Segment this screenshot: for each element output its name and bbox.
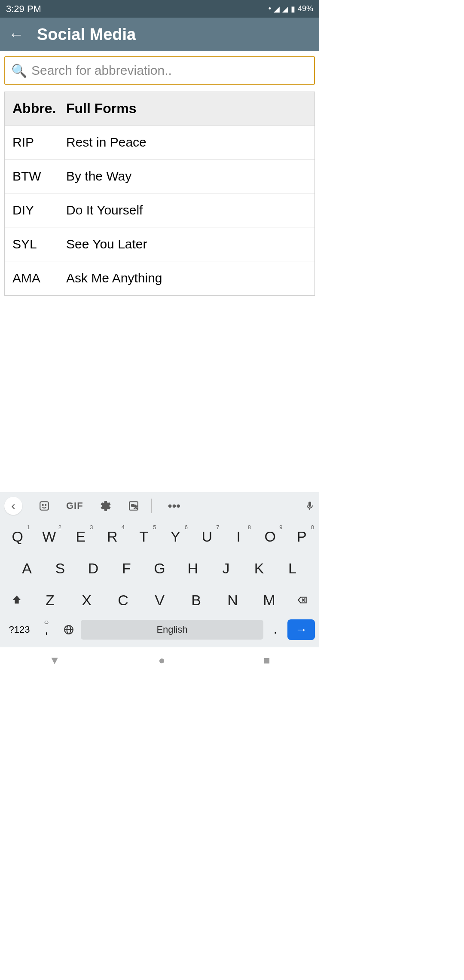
translate-icon[interactable]: G文 — [128, 500, 139, 511]
key-b[interactable]: B — [178, 586, 214, 614]
gear-icon[interactable] — [100, 500, 112, 512]
cell-abbre: SYL — [12, 237, 66, 251]
nav-home-icon[interactable]: ● — [159, 654, 165, 667]
table-row[interactable]: AMAAsk Me Anything — [5, 261, 314, 295]
key-d[interactable]: D — [76, 554, 110, 582]
chevron-left-icon[interactable]: ‹ — [4, 497, 22, 515]
key-o[interactable]: O9 — [254, 522, 286, 551]
globe-icon[interactable] — [58, 618, 79, 642]
key-s[interactable]: S — [43, 554, 76, 582]
key-x[interactable]: X — [68, 586, 105, 614]
app-bar: ← Social Media — [0, 18, 319, 51]
cell-full: By the Way — [66, 169, 131, 184]
key-c[interactable]: C — [105, 586, 141, 614]
search-input[interactable] — [31, 63, 308, 78]
key-e[interactable]: E3 — [65, 522, 97, 551]
search-icon: 🔍 — [11, 63, 27, 78]
keyboard-keys: Q1W2E3R4T5Y6U7I8O9P0 ASDFGHJKL ZXCVBNM ?… — [0, 520, 319, 647]
key-h[interactable]: H — [176, 554, 209, 582]
signal-icon: ◢ — [274, 4, 280, 14]
status-icons: • ◢ ◢ ▮ 49% — [269, 4, 313, 14]
key-j[interactable]: J — [209, 554, 242, 582]
search-box[interactable]: 🔍 — [4, 56, 315, 85]
back-arrow-icon[interactable]: ← — [9, 25, 24, 43]
search-container: 🔍 — [0, 51, 319, 90]
cell-abbre: BTW — [12, 169, 66, 184]
backspace-key[interactable] — [287, 586, 317, 614]
key-i[interactable]: I8 — [223, 522, 255, 551]
numbers-key[interactable]: ?123 — [4, 618, 34, 642]
key-l[interactable]: L — [276, 554, 309, 582]
comma-key[interactable]: ☺, — [36, 618, 57, 642]
status-time: 3:29 PM — [6, 3, 41, 15]
keyboard-toolbar: ‹ GIF G文 ••• — [0, 492, 319, 520]
cell-full: See You Later — [66, 237, 147, 251]
mic-icon[interactable] — [305, 500, 315, 512]
key-k[interactable]: K — [243, 554, 276, 582]
table-header: Abbre. Full Forms — [5, 92, 314, 126]
key-w[interactable]: W2 — [34, 522, 65, 551]
header-abbre: Abbre. — [12, 101, 66, 116]
key-a[interactable]: A — [10, 554, 43, 582]
key-z[interactable]: Z — [32, 586, 68, 614]
spacebar[interactable]: English — [81, 620, 263, 640]
page-title: Social Media — [37, 25, 136, 44]
gif-button[interactable]: GIF — [66, 500, 83, 511]
cell-abbre: RIP — [12, 135, 66, 150]
key-y[interactable]: Y6 — [160, 522, 192, 551]
more-icon[interactable]: ••• — [168, 499, 180, 513]
cell-full: Rest in Peace — [66, 135, 147, 150]
navigation-bar: ▼ ● ■ — [0, 647, 319, 674]
shift-key[interactable] — [2, 586, 32, 614]
status-bar: 3:29 PM • ◢ ◢ ▮ 49% — [0, 0, 319, 18]
key-q[interactable]: Q1 — [2, 522, 34, 551]
key-m[interactable]: M — [251, 586, 287, 614]
key-f[interactable]: F — [110, 554, 143, 582]
nav-back-icon[interactable]: ▼ — [49, 654, 60, 667]
battery-icon: ▮ — [291, 4, 295, 14]
svg-rect-0 — [40, 502, 49, 510]
key-n[interactable]: N — [214, 586, 251, 614]
keyboard: ‹ GIF G文 ••• Q1W2E3R4T5Y6U7I8O9P0 ASDFGH… — [0, 492, 319, 647]
sticker-icon[interactable] — [39, 500, 50, 511]
signal-icon-2: ◢ — [282, 4, 288, 14]
nav-recent-icon[interactable]: ■ — [263, 654, 270, 667]
key-g[interactable]: G — [143, 554, 176, 582]
key-p[interactable]: P0 — [286, 522, 318, 551]
table-row[interactable]: SYLSee You Later — [5, 227, 314, 261]
divider — [151, 499, 152, 513]
cell-full: Ask Me Anything — [66, 271, 162, 285]
svg-text:文: 文 — [134, 505, 137, 509]
table-row[interactable]: BTWBy the Way — [5, 159, 314, 193]
cell-abbre: AMA — [12, 271, 66, 285]
abbreviation-table: Abbre. Full Forms RIPRest in PeaceBTWBy … — [4, 92, 315, 296]
dot-icon: • — [269, 4, 271, 13]
cell-abbre: DIY — [12, 203, 66, 217]
key-v[interactable]: V — [141, 586, 178, 614]
cell-full: Do It Yourself — [66, 203, 143, 217]
table-row[interactable]: RIPRest in Peace — [5, 126, 314, 159]
svg-point-2 — [45, 505, 46, 505]
key-t[interactable]: T5 — [128, 522, 160, 551]
key-u[interactable]: U7 — [191, 522, 223, 551]
key-r[interactable]: R4 — [97, 522, 128, 551]
period-key[interactable]: . — [265, 618, 286, 642]
svg-point-1 — [43, 505, 43, 505]
table-row[interactable]: DIYDo It Yourself — [5, 193, 314, 227]
battery-percent: 49% — [298, 4, 313, 13]
enter-key[interactable]: → — [287, 619, 315, 640]
header-full: Full Forms — [66, 101, 137, 116]
